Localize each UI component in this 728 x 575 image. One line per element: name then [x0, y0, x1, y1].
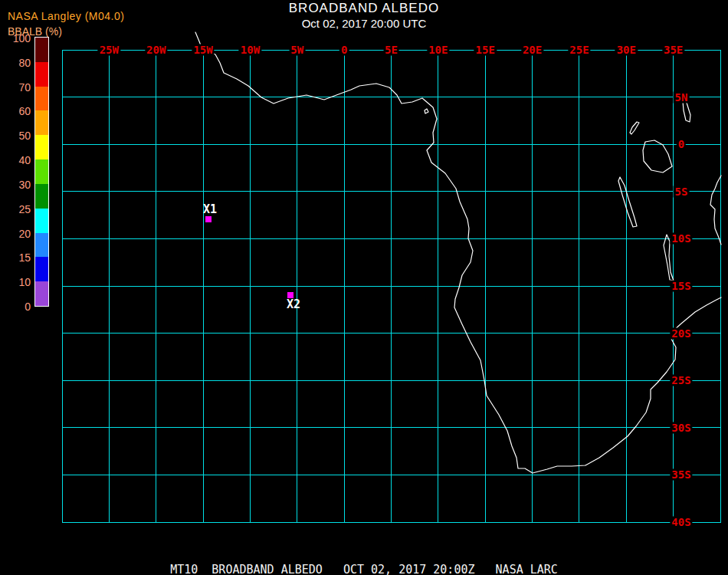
status-line: MT10 BROADBAND ALBEDO OCT 02, 2017 20:00… — [170, 563, 558, 575]
lake-victoria — [643, 140, 672, 172]
albedo-map-screen: NASA Langley (M04.0) BBALB (%) BROADBAND… — [0, 0, 728, 575]
lake-albert — [630, 122, 639, 134]
lat-label-10S: 10S — [670, 233, 692, 245]
lat-label-5S: 5S — [674, 186, 690, 197]
lon-label-10W: 10W — [239, 44, 261, 56]
lat-label-15S: 15S — [670, 281, 692, 292]
bioko-island — [425, 109, 428, 113]
marker-square-X1 — [205, 216, 212, 222]
graticule-grid — [62, 50, 720, 522]
marker-label-X2: X2 — [287, 299, 300, 310]
lon-label-10E: 10E — [427, 44, 449, 56]
lon-label-5W: 5W — [289, 44, 305, 56]
marker-label-X1: X1 — [203, 204, 217, 215]
lat-label-40S: 40S — [670, 517, 692, 528]
lon-label-15E: 15E — [474, 44, 497, 56]
lon-label-20E: 20E — [521, 44, 543, 56]
lon-label-25E: 25E — [568, 44, 590, 56]
lat-label-20S: 20S — [670, 327, 692, 339]
lon-label-0: 0 — [339, 44, 349, 56]
lon-label-5E: 5E — [383, 44, 399, 56]
lon-label-35E: 35E — [662, 44, 684, 56]
lon-label-30E: 30E — [615, 44, 638, 56]
lat-label-25S: 25S — [670, 375, 692, 386]
lake-tanganyika — [618, 177, 637, 227]
africa-west-coastline — [195, 32, 721, 473]
lon-label-15W: 15W — [192, 44, 214, 56]
coastline-layer — [195, 32, 721, 473]
lake-turkana — [683, 101, 690, 122]
lon-label-25W: 25W — [98, 44, 120, 56]
lon-label-20W: 20W — [145, 44, 167, 56]
lat-label-5N: 5N — [674, 91, 690, 103]
lat-label-35S: 35S — [670, 469, 692, 481]
east-africa-coastline — [710, 176, 721, 245]
lat-label-30S: 30S — [670, 422, 692, 433]
lat-label-0: 0 — [677, 139, 686, 150]
map-canvas — [0, 0, 728, 575]
